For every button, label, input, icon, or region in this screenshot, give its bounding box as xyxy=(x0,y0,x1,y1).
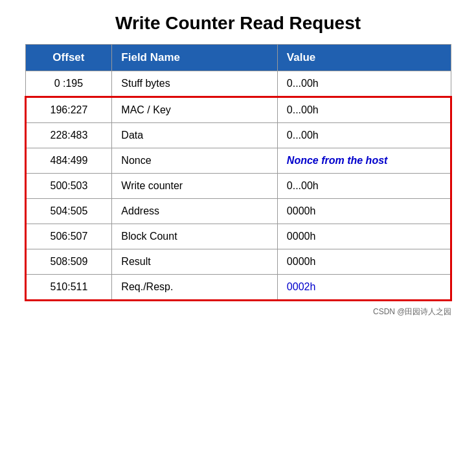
cell-field: Write counter xyxy=(112,174,278,199)
cell-value: Nonce from the host xyxy=(277,148,451,174)
cell-value: 0000h xyxy=(277,224,451,249)
cell-field: Block Count xyxy=(112,224,278,249)
cell-value: 0...00h xyxy=(277,71,451,97)
cell-value: 0002h xyxy=(277,275,451,301)
table-row: 484:499NonceNonce from the host xyxy=(25,148,451,174)
cell-field: MAC / Key xyxy=(112,97,278,123)
cell-field: Data xyxy=(112,123,278,148)
cell-offset: 228:483 xyxy=(25,123,112,148)
cell-field: Req./Resp. xyxy=(112,275,278,301)
col-header-value: Value xyxy=(277,45,451,71)
cell-value: 0...00h xyxy=(277,174,451,199)
main-table: OffsetField NameValue0 :195Stuff bytes0.… xyxy=(25,44,452,301)
table-row: 0 :195Stuff bytes0...00h xyxy=(25,71,451,97)
page-title: Write Counter Read Request xyxy=(115,13,361,34)
cell-value: 0000h xyxy=(277,249,451,275)
table-row: 196:227MAC / Key0...00h xyxy=(25,97,451,123)
table-row: 504:505Address0000h xyxy=(25,199,451,224)
table-row: 508:509Result0000h xyxy=(25,249,451,275)
cell-field: Result xyxy=(112,249,278,275)
cell-offset: 0 :195 xyxy=(25,71,112,97)
col-header-field-name: Field Name xyxy=(112,45,278,71)
cell-offset: 500:503 xyxy=(25,174,112,199)
cell-offset: 196:227 xyxy=(25,97,112,123)
cell-value: 0...00h xyxy=(277,123,451,148)
header-row: OffsetField NameValue xyxy=(25,45,451,71)
cell-field: Nonce xyxy=(112,148,278,174)
table-row: 228:483Data0...00h xyxy=(25,123,451,148)
cell-offset: 510:511 xyxy=(25,275,112,301)
col-header-offset: Offset xyxy=(25,45,112,71)
table-row: 510:511Req./Resp.0002h xyxy=(25,275,451,301)
table-row: 500:503Write counter0...00h xyxy=(25,174,451,199)
cell-offset: 508:509 xyxy=(25,249,112,275)
footer-credit: CSDN @田园诗人之园 xyxy=(25,306,452,317)
cell-offset: 506:507 xyxy=(25,224,112,249)
cell-field: Stuff bytes xyxy=(112,71,278,97)
cell-value: 0...00h xyxy=(277,97,451,123)
cell-offset: 484:499 xyxy=(25,148,112,174)
cell-offset: 504:505 xyxy=(25,199,112,224)
cell-value: 0000h xyxy=(277,199,451,224)
table-row: 506:507Block Count0000h xyxy=(25,224,451,249)
cell-field: Address xyxy=(112,199,278,224)
